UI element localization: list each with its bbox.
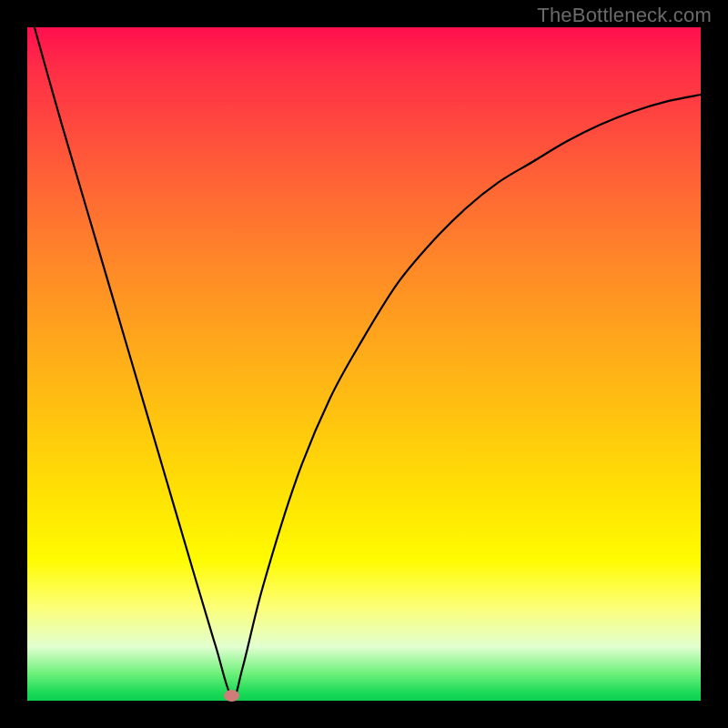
bottleneck-curve	[27, 27, 701, 701]
watermark-label: TheBottleneck.com	[537, 4, 712, 27]
optimal-point-marker	[224, 690, 239, 702]
curve-path	[31, 27, 701, 698]
